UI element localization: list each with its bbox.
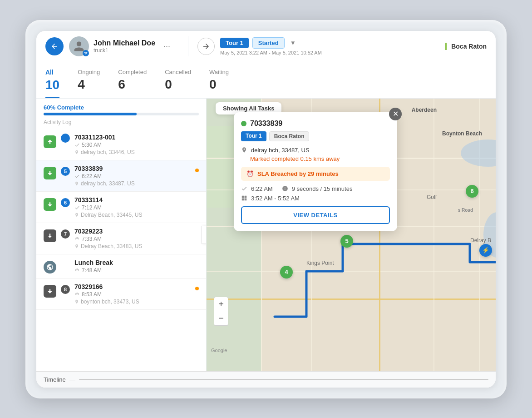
task-time: 5:30 AM (74, 142, 199, 148)
popup-task-id-text: 70333839 (250, 119, 282, 128)
popup-sla-text: SLA Breached by 29 minutes (257, 170, 339, 177)
popup-badges: Tour 1 Boca Raton (241, 131, 390, 141)
stat-cancelled[interactable]: Cancelled 0 (165, 69, 191, 98)
more-button[interactable]: ··· (160, 41, 174, 51)
map-marker-bolt[interactable]: ⚡ (479, 244, 492, 257)
avatar-badge (83, 50, 89, 56)
progress-bar-section: 60% Complete (36, 99, 206, 117)
stat-ongoing-label: Ongoing (78, 69, 100, 75)
task-time-6: 8:53 AM (74, 291, 199, 298)
timeline-label: Timeline (44, 376, 66, 383)
task-popup: ✕ 70333839 Tour 1 Boca Raton delray bch,… (234, 112, 397, 231)
popup-duration: 9 seconds / 15 minutes (292, 185, 353, 192)
showing-label: Showing All Tasks (223, 105, 274, 112)
task-icon-green-down-2 (44, 198, 56, 211)
task-item-3[interactable]: 6 70333114 7:12 AM Delray Beach, 33445, … (36, 192, 206, 223)
timeline-bar: Timeline — (36, 371, 496, 388)
task-time-4: 7:33 AM (74, 236, 199, 242)
task-icon-dark-down-2 (44, 285, 56, 298)
task-item-lunch[interactable]: Lunch Break 7:48 AM (36, 254, 206, 279)
task-info: 70331123-001 5:30 AM delray bch, 33446, … (74, 134, 199, 155)
tour-dropdown-button[interactable]: ▼ (288, 40, 298, 46)
map-label-boynton: Boynton Beach (442, 130, 482, 137)
task-info-lunch: Lunch Break 7:48 AM (74, 259, 199, 274)
map-label-delray: Delray B (470, 237, 491, 244)
popup-check-row: 6:22 AM 9 seconds / 15 minutes (241, 185, 390, 192)
stat-waiting-label: Waiting (209, 69, 229, 75)
driver-name-block: John Michael Doe truck1 (94, 39, 155, 54)
task-icon-dark-down (44, 229, 56, 242)
popup-tour-badge: Tour 1 (241, 131, 266, 141)
driver-info: John Michael Doe truck1 ··· (69, 36, 188, 56)
tour-section: Tour 1 Started ▼ May 5, 2021 3:22 AM - M… (220, 37, 440, 55)
zoom-in-button[interactable]: + (214, 297, 228, 311)
collapse-panel-button[interactable] (202, 226, 207, 244)
activity-log-label: Activity Log (36, 117, 206, 129)
task-addr-4: Delray Beach, 33483, US (74, 243, 199, 249)
popup-address: delray bch, 33487, US (241, 147, 390, 154)
stat-waiting-value: 0 (209, 77, 229, 96)
timeline-line (79, 379, 488, 380)
location-tag: Boca Raton (445, 43, 487, 50)
task-icon-globe (44, 261, 56, 274)
task-item[interactable]: 70331123-001 5:30 AM delray bch, 33446, … (36, 129, 206, 160)
popup-close-button[interactable]: ✕ (389, 108, 402, 120)
svg-rect-16 (245, 196, 247, 198)
status-badge: Started (252, 37, 285, 49)
zoom-controls: + − (214, 297, 228, 326)
task-number-7: 7 (61, 229, 70, 239)
svg-rect-18 (245, 199, 247, 201)
task-id-4: 70329223 (74, 228, 199, 235)
tour-dates: May 5, 2021 3:22 AM - May 5, 2021 10:52 … (220, 50, 322, 55)
map-label-sroad: s Road (458, 208, 473, 213)
popup-task-id: 70333839 (241, 119, 390, 128)
stat-completed-label: Completed (118, 69, 147, 75)
tablet-frame: John Michael Doe truck1 ··· Tour 1 Start… (25, 20, 507, 398)
stat-ongoing-value: 4 (78, 77, 100, 96)
progress-bar-fill (44, 113, 137, 115)
task-number-8: 8 (61, 285, 70, 294)
stat-all[interactable]: All 10 (45, 69, 59, 98)
task-id: 70331123-001 (74, 134, 199, 141)
stats-bar: All 10 Ongoing 4 Completed 6 Cancelled 0… (36, 62, 496, 99)
popup-time-range: 3:52 AM - 5:52 AM (251, 195, 300, 202)
map-marker-6[interactable]: 6 (466, 185, 478, 198)
view-details-button[interactable]: VIEW DETAILS (241, 206, 390, 224)
task-id-6: 70329166 (74, 283, 199, 290)
map-label-golf: Golf (427, 194, 437, 200)
svg-rect-7 (207, 299, 496, 300)
stat-ongoing[interactable]: Ongoing 4 (78, 69, 100, 98)
svg-rect-12 (479, 99, 480, 371)
task-item-selected[interactable]: 5 70333839 6:22 AM delray bch, 33487, US (36, 160, 206, 192)
progress-bar-bg (44, 113, 199, 115)
progress-label: 60% Complete (44, 104, 199, 111)
zoom-out-button[interactable]: − (214, 311, 228, 326)
popup-id-dot (241, 121, 246, 126)
nav-forward-button[interactable] (197, 38, 215, 55)
stat-cancelled-label: Cancelled (165, 69, 191, 75)
task-item-4[interactable]: 7 70329223 7:33 AM Delray Beach, 33483, … (36, 223, 206, 254)
task-info-6: 70329166 8:53 AM boynton bch, 33473, US (74, 283, 199, 305)
popup-time-row: 3:52 AM - 5:52 AM (241, 195, 390, 202)
popup-location-badge: Boca Raton (269, 131, 310, 141)
task-item-6[interactable]: 8 70329166 8:53 AM boynton bch, 33473, U… (36, 279, 206, 310)
task-time-lunch: 7:48 AM (74, 267, 199, 274)
stat-completed[interactable]: Completed 6 (118, 69, 147, 98)
map-marker-5[interactable]: 5 (340, 235, 353, 248)
task-info-2: 70333839 6:22 AM delray bch, 33487, US (74, 165, 199, 187)
stat-waiting[interactable]: Waiting 0 (209, 69, 229, 98)
app-container: John Michael Doe truck1 ··· Tour 1 Start… (36, 31, 496, 388)
driver-name: John Michael Doe (94, 39, 155, 47)
task-info-4: 70329223 7:33 AM Delray Beach, 33483, US (74, 228, 199, 249)
popup-check-time: 6:22 AM (251, 185, 273, 192)
task-addr-2: delray bch, 33487, US (74, 180, 199, 187)
back-button[interactable] (45, 37, 64, 55)
task-status-dot-orange (195, 169, 199, 172)
map-marker-4[interactable]: 4 (280, 266, 293, 279)
driver-subtitle: truck1 (94, 47, 155, 54)
google-watermark: Google (211, 348, 227, 353)
svg-rect-15 (242, 196, 244, 198)
svg-rect-11 (433, 99, 434, 371)
map-label-aberdeen: Aberdeen (412, 107, 437, 113)
task-info-3: 70333114 7:12 AM Delray Beach, 33445, US (74, 196, 199, 218)
